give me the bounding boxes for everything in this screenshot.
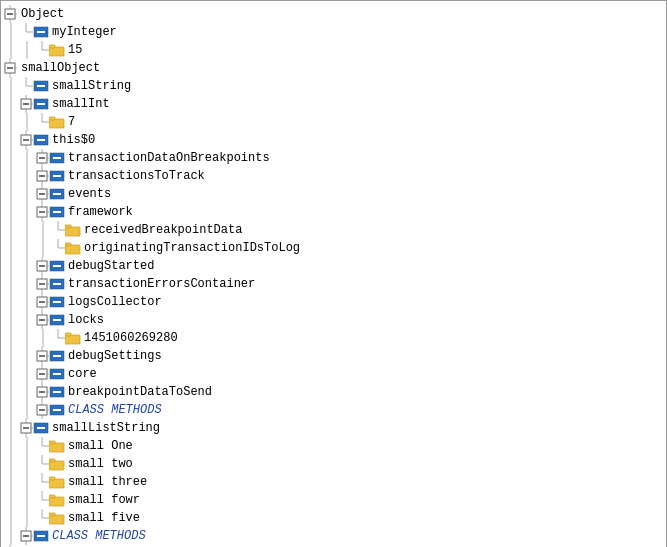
- collapse-button[interactable]: [35, 293, 49, 311]
- list-item[interactable]: events: [3, 185, 664, 203]
- list-item[interactable]: framework: [3, 203, 664, 221]
- indent-spacer: [3, 23, 19, 41]
- list-item[interactable]: debugStarted: [3, 257, 664, 275]
- collapse-button[interactable]: [35, 275, 49, 293]
- indent-spacer: [19, 221, 35, 239]
- collapse-button[interactable]: [19, 131, 33, 149]
- list-item[interactable]: myInteger: [3, 23, 664, 41]
- list-item[interactable]: logsCollector: [3, 293, 664, 311]
- list-item[interactable]: 7: [3, 113, 664, 131]
- node-label: breakpointDataToSend: [68, 385, 212, 399]
- indent-spacer: [19, 149, 35, 167]
- list-item[interactable]: core: [3, 365, 664, 383]
- list-item[interactable]: CLASS METHODS: [3, 401, 664, 419]
- field-icon: [33, 421, 49, 435]
- list-item[interactable]: this$0: [3, 131, 664, 149]
- field-icon: [49, 187, 65, 201]
- node-label: smallInt: [52, 97, 110, 111]
- list-item[interactable]: transactionErrorsContainer: [3, 275, 664, 293]
- list-item[interactable]: smallString: [3, 77, 664, 95]
- list-item[interactable]: CLASS METHODS: [3, 527, 664, 545]
- collapse-button[interactable]: [35, 167, 49, 185]
- svg-rect-195: [49, 461, 64, 470]
- collapse-button[interactable]: [35, 185, 49, 203]
- field-icon: [49, 259, 65, 273]
- list-item[interactable]: smallInt: [3, 95, 664, 113]
- field-icon: [33, 79, 49, 93]
- node-label: small three: [68, 475, 147, 489]
- node-label: originatingTransactionIDsToLog: [84, 241, 300, 255]
- indent-spacer: [19, 275, 35, 293]
- list-item[interactable]: small five: [3, 509, 664, 527]
- svg-rect-201: [49, 479, 64, 488]
- svg-rect-189: [49, 443, 64, 452]
- field-icon: [49, 313, 65, 327]
- svg-rect-208: [49, 495, 55, 498]
- field-icon: [33, 97, 49, 111]
- indent-spacer: [3, 221, 19, 239]
- indent-spacer: [35, 221, 51, 239]
- collapse-button[interactable]: [19, 527, 33, 545]
- field-icon: [49, 403, 65, 417]
- svg-rect-90: [65, 225, 71, 228]
- no-expander: [19, 77, 33, 95]
- collapse-button[interactable]: [35, 383, 49, 401]
- list-item[interactable]: small two: [3, 455, 664, 473]
- indent-spacer: [3, 473, 19, 491]
- indent-spacer: [3, 437, 19, 455]
- indent-spacer: [19, 293, 35, 311]
- collapse-button[interactable]: [35, 257, 49, 275]
- list-item[interactable]: breakpointDataToSend: [3, 383, 664, 401]
- svg-rect-39: [49, 117, 55, 120]
- svg-rect-207: [49, 497, 64, 506]
- list-item[interactable]: Object: [3, 5, 664, 23]
- collapse-button[interactable]: [19, 419, 33, 437]
- list-item[interactable]: originatingTransactionIDsToLog: [3, 239, 664, 257]
- node-label: logsCollector: [68, 295, 162, 309]
- list-item[interactable]: transactionDataOnBreakpoints: [3, 149, 664, 167]
- node-label: framework: [68, 205, 133, 219]
- node-label: events: [68, 187, 111, 201]
- list-item[interactable]: transactionsToTrack: [3, 167, 664, 185]
- list-item[interactable]: small One: [3, 437, 664, 455]
- indent-spacer: [3, 95, 19, 113]
- node-label: smallString: [52, 79, 131, 93]
- field-icon: [49, 385, 65, 399]
- list-item[interactable]: smallListString: [3, 419, 664, 437]
- node-label: smallListString: [52, 421, 160, 435]
- indent-spacer: [3, 509, 19, 527]
- list-item[interactable]: debugSettings: [3, 347, 664, 365]
- no-expander: [19, 23, 33, 41]
- collapse-button[interactable]: [3, 59, 17, 77]
- collapse-button[interactable]: [35, 311, 49, 329]
- collapse-button[interactable]: [19, 95, 33, 113]
- indent-spacer: [3, 77, 19, 95]
- collapse-button[interactable]: [3, 5, 17, 23]
- no-expander: [35, 41, 49, 59]
- list-item[interactable]: smallObject: [3, 59, 664, 77]
- tree-container: Object myInteger 15 smallObject: [0, 0, 667, 547]
- svg-rect-96: [65, 245, 80, 254]
- collapse-button[interactable]: [35, 347, 49, 365]
- no-expander: [35, 113, 49, 131]
- indent-spacer: [3, 455, 19, 473]
- collapse-button[interactable]: [35, 203, 49, 221]
- collapse-button[interactable]: [35, 365, 49, 383]
- folder-icon: [49, 439, 65, 453]
- folder-icon: [49, 115, 65, 129]
- list-item[interactable]: receivedBreakpointData: [3, 221, 664, 239]
- svg-rect-202: [49, 477, 55, 480]
- list-item[interactable]: small three: [3, 473, 664, 491]
- indent-spacer: [3, 149, 19, 167]
- list-item[interactable]: 1451060269280: [3, 329, 664, 347]
- indent-spacer: [19, 383, 35, 401]
- collapse-button[interactable]: [35, 401, 49, 419]
- field-icon: [33, 529, 49, 543]
- list-item[interactable]: locks: [3, 311, 664, 329]
- collapse-button[interactable]: [35, 149, 49, 167]
- list-item[interactable]: 15: [3, 41, 664, 59]
- field-icon: [49, 349, 65, 363]
- indent-spacer: [3, 41, 19, 59]
- field-icon: [33, 133, 49, 147]
- list-item[interactable]: small fowr: [3, 491, 664, 509]
